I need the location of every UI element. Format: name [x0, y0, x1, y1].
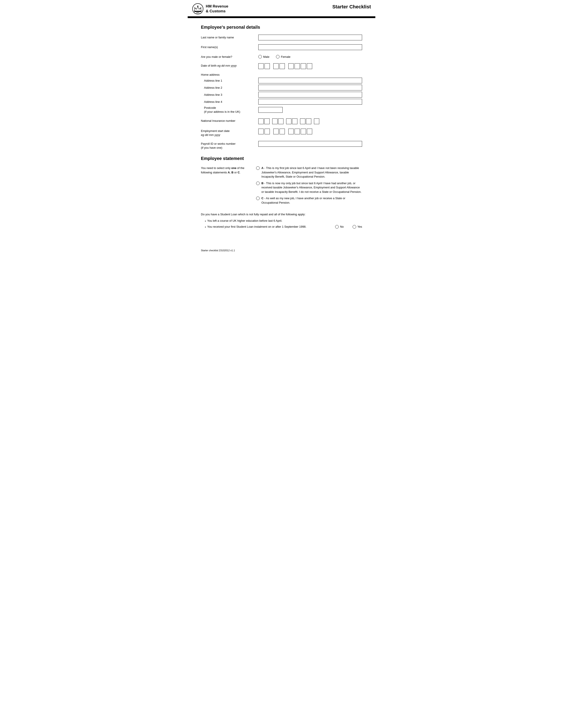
svg-point-3 — [197, 6, 198, 7]
statement-options: A - This is my first job since last 6 Ap… — [256, 166, 362, 207]
ni-box-2[interactable] — [264, 118, 269, 124]
payroll-input[interactable] — [258, 141, 362, 147]
female-label: Female — [281, 55, 290, 58]
student-loan-radio-group: No Yes — [335, 225, 362, 229]
payroll-label: Payroll ID or works number (if you have … — [201, 141, 258, 150]
payroll-row: Payroll ID or works number (if you have … — [201, 141, 362, 150]
student-loan-no-radio — [335, 225, 339, 229]
dob-y4[interactable] — [307, 63, 312, 69]
first-name-label: First name(s) — [201, 44, 258, 49]
dob-y1[interactable] — [289, 63, 294, 69]
employment-start-field — [258, 128, 362, 134]
personal-details-title: Employee's personal details — [201, 25, 362, 30]
ni-label: National Insurance number — [201, 118, 258, 123]
emp-y1[interactable] — [289, 129, 294, 134]
address-rows: Address line 1 Address line 2 Address li… — [201, 78, 362, 114]
dob-m2[interactable] — [279, 63, 285, 69]
address-line-1-input[interactable] — [258, 78, 362, 83]
first-name-input[interactable] — [258, 44, 362, 50]
postcode-row: Postcode (if your address is in the UK) — [201, 106, 362, 114]
bullet-row-2: • You received your first Student Loan i… — [205, 225, 362, 230]
address-line-3-input[interactable] — [258, 92, 362, 98]
dob-y2[interactable] — [295, 63, 300, 69]
employment-date-boxes — [258, 128, 362, 134]
home-address-section: Home address Address line 1 Address line… — [201, 73, 362, 114]
student-loan-yes-radio — [353, 225, 356, 229]
gender-female-option[interactable]: Female — [276, 55, 290, 58]
dob-d1[interactable] — [258, 63, 263, 69]
student-loan-no-label: No — [340, 225, 344, 229]
bullet-2-dot: • — [205, 225, 206, 230]
employee-statement-title: Employee statement — [201, 156, 362, 161]
ni-box-7[interactable] — [300, 118, 305, 124]
gender-male-option[interactable]: Male — [258, 55, 269, 58]
statement-c-radio[interactable] — [256, 197, 259, 200]
ni-box-4[interactable] — [278, 118, 284, 124]
statement-c-text: C - As well as my new job, I have anothe… — [261, 196, 362, 205]
header: HMRC HM Revenue & Customs Starter Checkl… — [188, 0, 375, 15]
bullet-1-dot: • — [205, 219, 206, 224]
ni-box-6[interactable] — [292, 118, 298, 124]
dob-d2[interactable] — [264, 63, 270, 69]
bullet-2-content: You received your first Student Loan ins… — [207, 225, 362, 229]
logo-area: HMRC HM Revenue & Customs — [192, 3, 228, 15]
emp-d1[interactable] — [258, 129, 263, 134]
statement-b-radio[interactable] — [256, 182, 259, 185]
dob-label: Date of birth eg dd mm yyyy — [201, 63, 258, 68]
address-line-2-input[interactable] — [258, 85, 362, 90]
gender-field: Male Female — [258, 54, 362, 58]
address-line-1-label: Address line 1 — [201, 79, 258, 82]
statement-left-text: You need to select only one of the follo… — [201, 166, 249, 174]
ni-field — [258, 118, 362, 124]
address-line-1-row: Address line 1 — [201, 78, 362, 83]
statement-a-text: A - This is my first job since last 6 Ap… — [261, 166, 362, 179]
emp-m2[interactable] — [279, 129, 285, 134]
ni-box-5[interactable] — [286, 118, 292, 124]
dob-y3[interactable] — [301, 63, 306, 69]
home-address-label: Home address — [201, 73, 362, 76]
hmrc-crown-icon: HMRC — [192, 3, 203, 15]
emp-y3[interactable] — [301, 129, 306, 134]
statement-section: You need to select only one of the follo… — [201, 166, 362, 207]
ni-box-1[interactable] — [258, 118, 263, 124]
ni-box-8[interactable] — [306, 118, 311, 124]
statement-a-radio[interactable] — [256, 166, 259, 170]
last-name-label: Last name or family name — [201, 35, 258, 39]
svg-point-4 — [194, 8, 195, 8]
page-title: Starter Checklist — [332, 4, 371, 10]
gender-row: Are you male or female? Male Female — [201, 54, 362, 59]
address-line-3-row: Address line 3 — [201, 92, 362, 98]
emp-y4[interactable] — [307, 129, 312, 134]
last-name-input[interactable] — [258, 35, 362, 40]
footer-text: Starter checklist 23102012 v1.1 — [201, 249, 235, 252]
logo-text: HM Revenue & Customs — [206, 4, 228, 14]
address-line-2-label: Address line 2 — [201, 86, 258, 89]
emp-d2[interactable] — [264, 129, 270, 134]
ni-box-9[interactable] — [314, 118, 319, 124]
first-name-field — [258, 44, 362, 50]
header-bar — [188, 16, 375, 18]
postcode-input[interactable] — [258, 107, 283, 113]
employment-start-row: Employment start date eg dd mm yyyy — [201, 128, 362, 137]
last-name-row: Last name or family name — [201, 35, 362, 40]
student-loan-yes[interactable]: Yes — [353, 225, 362, 229]
address-line-4-input[interactable] — [258, 99, 362, 105]
ni-box-3[interactable] — [272, 118, 277, 124]
emp-m1[interactable] — [273, 129, 278, 134]
student-loan-no[interactable]: No — [335, 225, 344, 229]
address-line-2-row: Address line 2 — [201, 85, 362, 90]
statement-b-text: B - This is now my only job but since la… — [261, 181, 362, 194]
last-name-field — [258, 35, 362, 40]
student-loan-yes-label: Yes — [358, 225, 362, 229]
dob-row: Date of birth eg dd mm yyyy — [201, 63, 362, 69]
emp-y2[interactable] — [295, 129, 300, 134]
payroll-field — [258, 141, 362, 147]
bullet-row-1: • You left a course of UK higher educati… — [205, 219, 362, 224]
dob-m1[interactable] — [273, 63, 278, 69]
dob-field — [258, 63, 362, 69]
statement-option-b: B - This is now my only job but since la… — [256, 181, 362, 194]
statement-option-a: A - This is my first job since last 6 Ap… — [256, 166, 362, 179]
main-content: Employee's personal details Last name or… — [188, 18, 375, 238]
svg-rect-2 — [194, 11, 201, 12]
male-radio-circle — [258, 55, 262, 58]
